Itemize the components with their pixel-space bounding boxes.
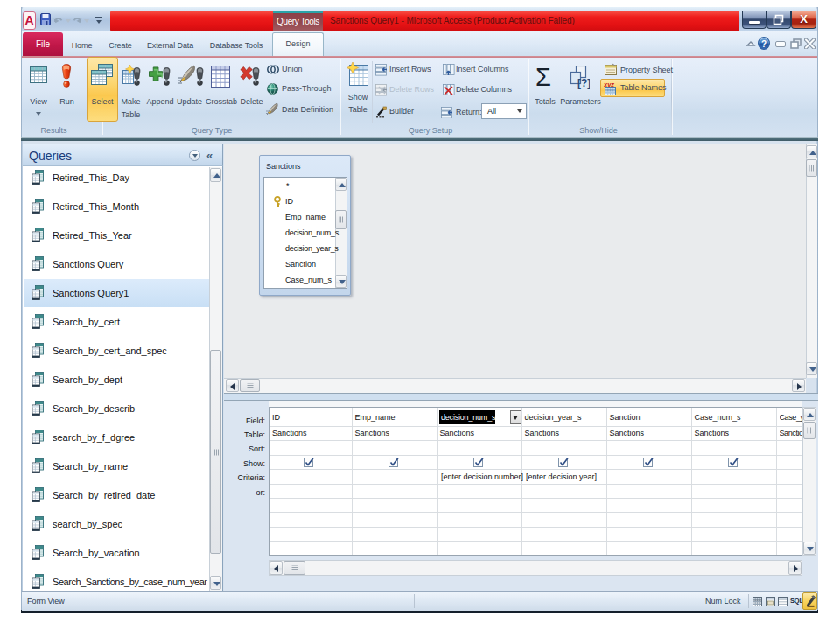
- svg-text:[?]: [?]: [578, 77, 590, 89]
